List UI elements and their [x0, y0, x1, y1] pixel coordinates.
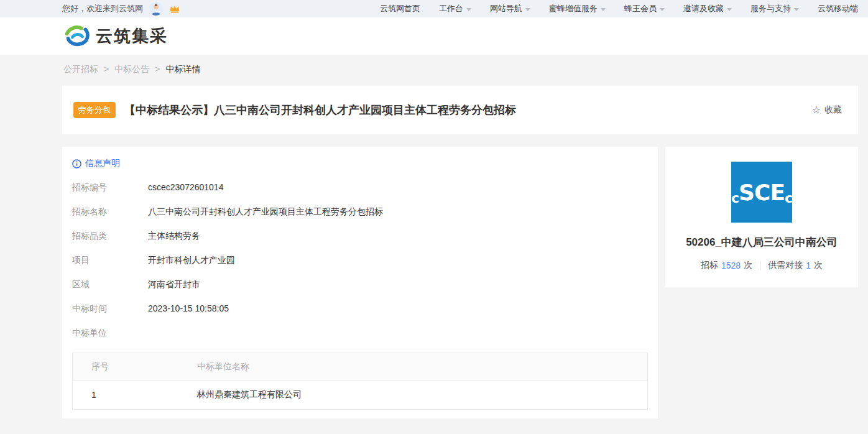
table-row: 1 林州鼎秦建筑工程有限公司	[73, 381, 647, 409]
site-header: 云筑集采	[0, 17, 868, 55]
chevron-down-icon	[466, 8, 471, 11]
company-stats: 招标 1528 次 供需对接 1 次	[676, 260, 847, 271]
breadcrumb-separator: >	[155, 64, 160, 75]
person-icon	[149, 2, 163, 16]
table-header-index: 序号	[73, 361, 197, 372]
stat-supply-demand: 供需对接 1 次	[768, 260, 823, 271]
yunzhu-logo-icon	[62, 22, 91, 50]
nav-queen-member[interactable]: 蜂王会员	[624, 3, 665, 14]
info-declaration-label: 信息声明	[85, 158, 120, 169]
tender-info-panel: 信息声明 招标编号 cscec23072601014 招标名称 八三中南公司开封…	[62, 147, 658, 418]
table-header-row: 序号 中标单位名称	[73, 353, 647, 381]
table-cell-index: 1	[73, 390, 197, 400]
nav-mobile[interactable]: 云筑移动端	[818, 3, 858, 14]
chevron-down-icon	[601, 8, 606, 11]
field-award-time: 中标时间 2023-10-15 10:58:05	[72, 297, 648, 321]
field-award-unit: 中标单位	[72, 321, 648, 345]
stats-divider	[760, 261, 760, 270]
company-name[interactable]: 50206_中建八局三公司中南公司	[676, 235, 847, 249]
chevron-down-icon	[794, 8, 799, 11]
company-card: cSCEc 50206_中建八局三公司中南公司 招标 1528 次 供需对接 1…	[665, 147, 858, 287]
stat-tenders-count[interactable]: 1528	[721, 261, 741, 270]
breadcrumb: 公开招标 > 中标公告 > 中标详情	[62, 55, 858, 75]
nav-home[interactable]: 云筑网首页	[380, 3, 420, 14]
greeting-text: 您好，欢迎来到云筑网	[62, 3, 143, 14]
breadcrumb-award-notice[interactable]: 中标公告	[114, 64, 149, 75]
nav-bee-services[interactable]: 蜜蜂增值服务	[549, 3, 606, 14]
vip-crown-icon[interactable]	[169, 4, 180, 14]
chevron-down-icon	[727, 8, 732, 11]
site-logo[interactable]: 云筑集采	[62, 22, 168, 50]
stat-tenders: 招标 1528 次	[701, 260, 752, 271]
field-tender-name: 招标名称 八三中南公司开封科创人才产业园项目主体工程劳务分包招标	[72, 200, 648, 224]
table-cell-unit-name: 林州鼎秦建筑工程有限公司	[197, 389, 647, 400]
page-title: 【中标结果公示】八三中南公司开封科创人才产业园项目主体工程劳务分包招标	[124, 103, 812, 118]
top-nav: 云筑网首页 工作台 网站导航 蜜蜂增值服务 蜂王会员 邀请及收藏 服务与支持 云…	[380, 3, 858, 14]
info-icon	[72, 159, 81, 169]
star-icon: ☆	[812, 105, 821, 115]
nav-service-support[interactable]: 服务与支持	[750, 3, 799, 14]
field-tender-category: 招标品类 主体结构劳务	[72, 224, 648, 248]
stat-supply-demand-count[interactable]: 1	[806, 261, 811, 270]
tender-fields: 招标编号 cscec23072601014 招标名称 八三中南公司开封科创人才产…	[72, 175, 648, 345]
category-badge: 劳务分包	[73, 102, 116, 118]
chevron-down-icon	[525, 8, 530, 11]
site-logo-text: 云筑集采	[96, 25, 168, 47]
favorite-button[interactable]: ☆ 收藏	[812, 104, 842, 116]
title-panel: 劳务分包 【中标结果公示】八三中南公司开封科创人才产业园项目主体工程劳务分包招标…	[62, 86, 858, 134]
breadcrumb-award-detail: 中标详情	[165, 64, 200, 75]
winning-units-table: 序号 中标单位名称 1 林州鼎秦建筑工程有限公司	[72, 353, 648, 410]
field-project: 项目 开封市科创人才产业园	[72, 248, 648, 272]
nav-sitemap[interactable]: 网站导航	[490, 3, 530, 14]
table-header-unit-name: 中标单位名称	[197, 361, 647, 372]
field-tender-number: 招标编号 cscec23072601014	[72, 175, 648, 200]
user-avatar[interactable]	[149, 2, 163, 16]
nav-workbench[interactable]: 工作台	[439, 3, 471, 14]
favorite-label: 收藏	[824, 104, 842, 116]
breadcrumb-separator: >	[104, 64, 109, 75]
breadcrumb-open-tender[interactable]: 公开招标	[63, 64, 98, 75]
nav-invite-favorites[interactable]: 邀请及收藏	[683, 3, 732, 14]
cscec-logo: cSCEc	[731, 162, 792, 223]
top-utility-bar: 您好，欢迎来到云筑网 云筑网首页 工作台 网站导航 蜜蜂增值服务 蜂王会员 邀请…	[0, 0, 868, 17]
info-declaration-link[interactable]: 信息声明	[72, 158, 648, 169]
field-region: 区域 河南省开封市	[72, 272, 648, 297]
chevron-down-icon	[660, 8, 665, 11]
